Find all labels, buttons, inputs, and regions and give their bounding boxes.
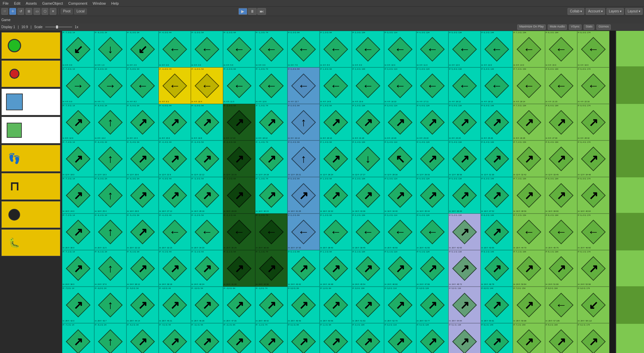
- arrow-2-9: ↗: [363, 116, 373, 129]
- tile-green-square[interactable]: [1, 117, 60, 143]
- local-button[interactable]: Local: [74, 8, 87, 14]
- cell-data-6-1: H: 24 F: 37 6: [95, 283, 126, 286]
- footprint-icon: 👣: [8, 153, 20, 164]
- tool-rect[interactable]: ▭: [34, 8, 40, 15]
- tool-custom[interactable]: ✕: [50, 8, 56, 15]
- gizmos-button[interactable]: Gizmos: [596, 24, 611, 30]
- grid-cell-4-11: ↗ P: 4,-3 G: 124 H: 16 F: 35 44: [416, 177, 448, 214]
- cell-data-5-9: H: 20 F: 39 45: [353, 247, 383, 249]
- stats-button[interactable]: Stats: [584, 24, 595, 30]
- arrow-0-3: ←: [169, 43, 180, 56]
- game-grid: ↙ P: -7,-3 G: 14 H: 0 F: 0 0 ↓ P: -6,-3 …: [62, 31, 615, 353]
- layers-dropdown[interactable]: Layers ▾: [606, 8, 624, 15]
- vsync-button[interactable]: VSync: [569, 24, 582, 30]
- cell-data-0-12: H: 0 F: 12 0: [449, 64, 480, 67]
- arrow-7-4: ↗: [202, 298, 212, 312]
- cell-top-3-9: P: 2,-4 G: 104: [353, 141, 383, 143]
- cell-top-2-0: P: -7,-5 G: 14: [63, 105, 94, 107]
- arrow-1-1: →: [105, 79, 116, 92]
- tile-black-circle[interactable]: [1, 201, 60, 228]
- cell-top-0-3: P: -4,-3 G: 44: [159, 32, 190, 34]
- cell-data-2-13: H: 8 F: 25 26: [481, 137, 512, 140]
- menu-window[interactable]: Window: [91, 1, 107, 5]
- cell-data-3-6: H: 12 F: 24 18: [256, 174, 287, 176]
- grid-cell-2-4: ↗ P: -3,-5 G: 54 H: 8 F: 16 8: [191, 104, 223, 140]
- game-top-bar: Game: [0, 16, 644, 23]
- grid-cell-1-10: ← P: 3,-6 G: 114 H: 4 F: 16 10: [384, 67, 416, 104]
- layout-dropdown[interactable]: Layout ▾: [625, 8, 643, 15]
- pause-button[interactable]: ⏸: [248, 8, 257, 15]
- grid-cell-7-8: ↗ P: 1,0 G: 94 H: 28 F: 50 56: [320, 287, 352, 323]
- tool-move[interactable]: ✛: [9, 8, 16, 15]
- cell-data-7-11: H: 28 F: 53 77: [417, 320, 448, 322]
- arrow-5-7: ←: [298, 225, 309, 238]
- menu-file[interactable]: File: [1, 1, 10, 5]
- pivot-button[interactable]: Pivot: [61, 8, 73, 14]
- grid-cell-8-14: ↗ P: 7,1 G: 154 H: 32 F: 62 112: [513, 323, 545, 353]
- tool-rotate[interactable]: ↺: [17, 8, 24, 15]
- collab-dropdown[interactable]: Collab ▾: [568, 8, 584, 15]
- cell-top-6-3: P: -4,-1 G: 44: [159, 251, 190, 253]
- arrow-2-3: ↗: [170, 116, 179, 129]
- arrow-2-4: ↗: [202, 116, 212, 129]
- grid-cell-4-7: ↗ P: 0,-3 G: 84 H: 16 F: 31 28: [287, 177, 320, 214]
- menu-edit[interactable]: Edit: [13, 1, 22, 5]
- cell-top-7-8: P: 1,0 G: 94: [320, 287, 351, 289]
- grid-cell-4-3: ↗ P: -4,-3 G: 44 H: 16 F: 27 12: [159, 177, 191, 214]
- cell-data-3-8: H: 12 F: 26 24: [320, 174, 351, 176]
- grid-cell-0-5: ← P: -2,-3 G: 64 H: 0 F: 5 0: [223, 31, 255, 67]
- tile-footprint[interactable]: 👣: [1, 145, 60, 172]
- tile-green-circle[interactable]: [1, 32, 60, 59]
- tile-red-circle[interactable]: [1, 60, 60, 87]
- cell-diamond-8-7: ↗: [294, 332, 313, 351]
- cell-data-1-3: H: 4 F: 9 3: [159, 101, 190, 103]
- menu-component[interactable]: Component: [67, 1, 89, 5]
- cell-data-3-3: H: 12 F: 21 9: [159, 174, 190, 176]
- step-button[interactable]: ⏭: [257, 8, 266, 15]
- grid-cell-3-7: ↑ P: 0,-4 G: 84 H: 12 F: 25 21: [287, 140, 320, 177]
- cell-data-6-8: H: 24 F: 44 48: [320, 283, 351, 286]
- cell-data-3-16: H: 12 F: 34 48: [578, 174, 609, 176]
- menu-help[interactable]: Help: [110, 1, 120, 5]
- tool-transform[interactable]: ⬡: [42, 8, 48, 15]
- menu-gameobject[interactable]: GameObject: [41, 1, 64, 5]
- tool-hand[interactable]: ☞: [1, 8, 8, 15]
- tile-bug[interactable]: 🐛: [1, 229, 60, 256]
- cell-data-5-0: H: 20 F: 30 0: [63, 247, 94, 249]
- arrow-6-12: ↗: [460, 262, 469, 275]
- cell-top-5-13: P: 6,-2 G: 144: [481, 214, 512, 216]
- game-view[interactable]: ↙ P: -7,-3 G: 14 H: 0 F: 0 0 ↓ P: -6,-3 …: [62, 31, 615, 353]
- cell-diamond-6-11: ↗: [423, 259, 442, 278]
- arrow-1-2: ←: [137, 79, 148, 92]
- arrow-7-10: ↗: [395, 298, 405, 312]
- cell-top-3-0: P: -7,-4 G: 14: [63, 141, 94, 143]
- cell-diamond-2-9: ↗: [358, 113, 378, 132]
- grid-cell-4-1: ↑ P: -6,-3 G: 24 H: 16 F: 25 4: [94, 177, 126, 214]
- play-button[interactable]: ▶: [238, 8, 247, 15]
- cell-data-0-0: H: 0 F: 0 0: [63, 64, 94, 67]
- display-label: Display 1: [1, 25, 15, 29]
- account-dropdown[interactable]: Account ▾: [586, 8, 605, 15]
- tile-blue-square[interactable]: [1, 89, 60, 115]
- cell-top-4-7: P: 0,-3 G: 84: [288, 178, 319, 180]
- scale-slider[interactable]: [45, 26, 72, 27]
- tile-bracket[interactable]: ⊓: [1, 173, 60, 200]
- cell-data-0-9: H: 0 F: 9 0: [353, 64, 383, 67]
- menu-assets[interactable]: Assets: [24, 1, 38, 5]
- arrow-6-0: ↗: [73, 262, 83, 275]
- maximize-button[interactable]: Maximize On Play: [517, 24, 546, 30]
- cell-diamond-2-4: ↗: [197, 113, 217, 132]
- cell-data-1-6: H: 4 F: 12 6: [256, 101, 287, 103]
- grid-cell-8-15: ↗ P: 8,1 G: 164 H: 32 F: 63 120: [545, 323, 577, 353]
- cell-top-7-13: P: 6,0 G: 144: [481, 287, 512, 289]
- cell-data-2-14: H: 8 F: 26 28: [514, 137, 544, 140]
- grid-cell-3-12: ↗ P: 5,-4 G: 134 H: 12 F: 30 36: [448, 140, 481, 177]
- cell-data-3-0: H: 12 F: 18 0: [63, 174, 94, 176]
- cell-top-4-5: P: -2,-3 G: 64: [224, 178, 255, 180]
- arrow-5-16: ←: [588, 225, 599, 238]
- mute-button[interactable]: Mute Audio: [548, 24, 567, 30]
- tool-scale[interactable]: ⊞: [25, 8, 32, 15]
- cell-diamond-8-4: ↗: [197, 332, 217, 351]
- cell-top-6-15: P: 8,-1 G: 164: [546, 251, 577, 253]
- arrow-4-9: ↗: [363, 189, 373, 202]
